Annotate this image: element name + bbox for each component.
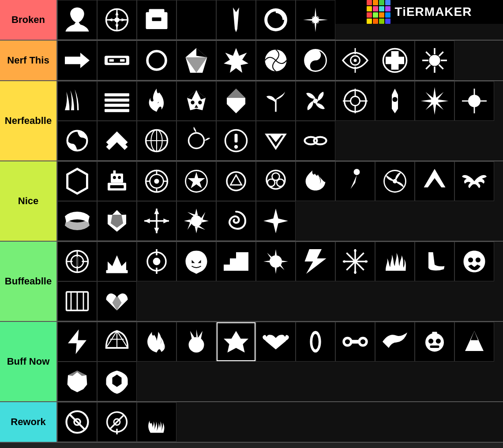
item-buffnow-3[interactable]	[137, 322, 176, 362]
item-nerfeable-3[interactable]	[137, 81, 176, 121]
item-nice-5[interactable]	[216, 161, 256, 201]
item-nerfeable-13[interactable]	[97, 121, 137, 161]
svg-rect-102	[113, 171, 116, 174]
item-buffeable-9[interactable]	[375, 242, 415, 281]
item-nerfeable-2[interactable]	[97, 81, 137, 121]
item-buffnow-1[interactable]	[57, 322, 97, 362]
item-nice-2[interactable]	[97, 161, 137, 201]
tier-row-rework: Rework	[0, 402, 503, 443]
item-nerfeable-6[interactable]	[256, 81, 296, 121]
item-nerfthis-5[interactable]	[216, 41, 256, 80]
svg-point-108	[154, 179, 159, 183]
logo-grid	[367, 0, 390, 24]
svg-point-39	[429, 55, 440, 66]
item-nerfeable-15[interactable]	[176, 121, 216, 161]
item-nice-13[interactable]	[97, 201, 137, 241]
item-nerfeable-9[interactable]	[375, 81, 415, 121]
item-nice-10[interactable]	[415, 161, 454, 201]
svg-point-30	[314, 53, 317, 57]
item-nice-16[interactable]	[216, 201, 256, 241]
svg-marker-129	[154, 228, 159, 233]
item-nerfeable-18[interactable]	[296, 121, 335, 161]
item-nerfeable-8[interactable]	[335, 81, 375, 121]
item-broken-6[interactable]	[256, 0, 296, 40]
item-nerfeable-10[interactable]	[415, 81, 454, 121]
item-buffeable-1[interactable]	[57, 242, 97, 281]
item-nerfeable-1[interactable]	[57, 81, 97, 121]
item-broken-1[interactable]	[57, 0, 97, 40]
item-nice-4[interactable]	[176, 161, 216, 201]
item-nerfthis-3[interactable]	[137, 41, 176, 80]
item-broken-2[interactable]	[97, 0, 137, 40]
item-nice-3[interactable]	[137, 161, 176, 201]
tier-label-rework: Rework	[0, 402, 57, 442]
logo-text: TiERMAKER	[395, 5, 472, 19]
item-buffeable-11[interactable]	[454, 242, 494, 281]
item-buffnow-10[interactable]	[415, 322, 454, 362]
svg-point-132	[191, 215, 202, 226]
item-nerfthis-1[interactable]	[57, 41, 97, 80]
item-buffnow-2[interactable]	[97, 322, 137, 362]
item-buffeable-3[interactable]	[137, 242, 176, 281]
svg-line-45	[439, 65, 443, 69]
tier-label-nerf-this: Nerf This	[0, 41, 57, 80]
item-buffeable-13[interactable]	[97, 281, 137, 321]
item-nerfthis-9[interactable]	[375, 41, 415, 80]
item-nerfeable-12[interactable]	[57, 121, 97, 161]
svg-point-143	[153, 258, 161, 265]
item-nice-15[interactable]	[176, 201, 216, 241]
item-buffnow-12[interactable]	[57, 362, 97, 401]
svg-point-60	[313, 98, 318, 103]
item-nerfeable-5[interactable]	[216, 81, 256, 121]
item-buffnow-13[interactable]	[97, 362, 137, 401]
item-buffeable-7[interactable]	[296, 242, 335, 281]
item-rework-1[interactable]	[57, 402, 97, 442]
item-nice-8[interactable]	[335, 161, 375, 201]
item-buffeable-6[interactable]	[256, 242, 296, 281]
item-buffnow-8[interactable]	[335, 322, 375, 362]
item-nice-11[interactable]	[454, 161, 494, 201]
svg-rect-182	[430, 345, 439, 348]
item-rework-3[interactable]	[137, 402, 176, 442]
item-nerfeable-16[interactable]	[216, 121, 256, 161]
item-nerfthis-2[interactable]	[97, 41, 137, 80]
item-nice-7[interactable]	[296, 161, 335, 201]
item-nerfthis-10[interactable]	[415, 41, 454, 80]
item-buffeable-10[interactable]	[415, 242, 454, 281]
item-nerfeable-14[interactable]	[137, 121, 176, 161]
item-buffnow-11[interactable]	[454, 322, 494, 362]
item-nerfthis-8[interactable]	[335, 41, 375, 80]
item-nerfeable-17[interactable]	[256, 121, 296, 161]
item-buffeable-12[interactable]	[57, 281, 97, 321]
item-buffnow-6[interactable]	[256, 322, 296, 362]
item-nice-12[interactable]	[57, 201, 97, 241]
item-buffnow-4[interactable]	[176, 322, 216, 362]
item-nice-14[interactable]	[137, 201, 176, 241]
item-broken-4[interactable]	[176, 0, 216, 40]
item-nice-9[interactable]	[375, 161, 415, 201]
svg-point-121	[354, 169, 360, 175]
item-nerfthis-4[interactable]	[176, 41, 216, 80]
item-rework-2[interactable]	[97, 402, 137, 442]
item-buffeable-4[interactable]	[176, 242, 216, 281]
item-broken-3[interactable]	[137, 0, 176, 40]
item-buffeable-2[interactable]	[97, 242, 137, 281]
item-nerfeable-4[interactable]	[176, 81, 216, 121]
item-nice-1[interactable]	[57, 161, 97, 201]
item-broken-7[interactable]	[296, 0, 335, 40]
svg-point-176	[345, 339, 350, 344]
item-nice-6[interactable]	[256, 161, 296, 201]
item-buffnow-9[interactable]	[375, 322, 415, 362]
svg-point-158	[476, 258, 480, 262]
item-broken-5[interactable]	[216, 0, 256, 40]
item-buffnow-5[interactable]	[216, 322, 256, 362]
item-nerfthis-6[interactable]	[256, 41, 296, 80]
item-buffeable-5[interactable]	[216, 242, 256, 281]
item-nerfeable-7[interactable]	[296, 81, 335, 121]
item-buffeable-8[interactable]	[335, 242, 375, 281]
item-nerfthis-7[interactable]	[296, 41, 335, 80]
item-nerfeable-11[interactable]	[454, 81, 494, 121]
item-buffnow-7[interactable]	[296, 322, 335, 362]
svg-point-62	[351, 97, 360, 106]
item-nice-17[interactable]	[256, 201, 296, 241]
